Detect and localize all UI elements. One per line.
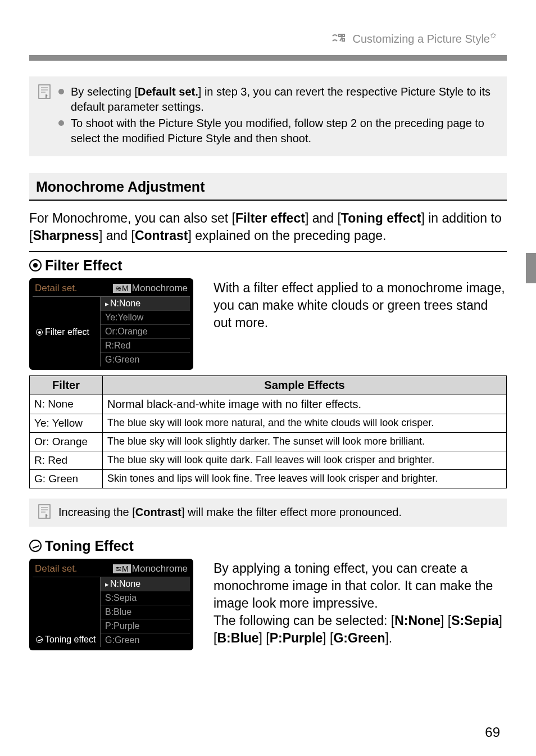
- note-text: Increasing the [Contrast] will make the …: [58, 504, 402, 520]
- note-box: By selecting [Default set.] in step 3, y…: [29, 76, 507, 156]
- svg-rect-14: [46, 514, 47, 518]
- table-row: Ye: YellowThe blue sky will look more na…: [30, 414, 507, 432]
- note-box-contrast: Increasing the [Contrast] will make the …: [29, 499, 507, 527]
- toning-row: Detail set. ≋MMonochrome Toning effect N…: [29, 559, 507, 650]
- header-title: Customizing a Picture Style: [352, 33, 490, 45]
- section-intro: For Monochrome, you can also set [Filter…: [29, 210, 507, 245]
- toning-effect-heading: Toning Effect: [29, 538, 507, 554]
- svg-rect-2: [342, 39, 344, 41]
- screen-option: N:None: [101, 577, 190, 591]
- table-row: Or: OrangeThe blue sky will look slightl…: [30, 432, 507, 451]
- svg-rect-8: [46, 94, 47, 98]
- side-tab: [526, 253, 536, 283]
- divider: [29, 251, 507, 252]
- svg-rect-3: [39, 85, 50, 98]
- toning-desc: By applying a toning effect, you can cre…: [214, 559, 507, 647]
- screen-option: Ye:Yellow: [101, 310, 190, 324]
- table-header: Filter: [30, 375, 103, 395]
- screen-mode: ≋MMonochrome: [113, 283, 188, 294]
- note-list: By selecting [Default set.] in step 3, y…: [58, 84, 496, 147]
- header-bar: [29, 55, 507, 61]
- camera-screen-filter: Detail set. ≋MMonochrome Filter effect N…: [29, 278, 193, 370]
- picture-style-icon: [331, 33, 346, 46]
- screen-option: N:None: [101, 297, 190, 310]
- table-row: R: RedThe blue sky will look quite dark.…: [30, 451, 507, 469]
- note-icon: [38, 84, 52, 147]
- page-number: 69: [485, 725, 500, 740]
- svg-rect-0: [339, 34, 341, 37]
- table-row: G: GreenSkin tones and lips will look fi…: [30, 469, 507, 488]
- screen-setting-label: Toning effect: [36, 635, 98, 645]
- page-header: Customizing a Picture Style✩: [0, 0, 536, 52]
- camera-screen-toning: Detail set. ≋MMonochrome Toning effect N…: [29, 559, 193, 650]
- screen-mode: ≋MMonochrome: [113, 563, 188, 574]
- screen-title: Detail set.: [35, 283, 78, 294]
- screen-option: G:Green: [101, 633, 190, 647]
- screen-option: P:Purple: [101, 619, 190, 633]
- screen-option: G:Green: [101, 352, 190, 366]
- screen-title: Detail set.: [35, 563, 78, 574]
- note-item: By selecting [Default set.] in step 3, y…: [71, 84, 496, 115]
- screen-option: S:Sepia: [101, 591, 190, 605]
- note-icon: [38, 504, 52, 521]
- note-item: To shoot with the Picture Style you modi…: [71, 116, 496, 146]
- screen-option: Or:Orange: [101, 324, 190, 338]
- table-row: N: NoneNormal black-and-white image with…: [30, 395, 507, 414]
- screen-setting-label: Filter effect: [36, 327, 98, 337]
- svg-rect-1: [342, 34, 344, 37]
- filter-row: Detail set. ≋MMonochrome Filter effect N…: [29, 278, 507, 370]
- toning-icon: [29, 540, 42, 552]
- filter-table: Filter Sample Effects N: NoneNormal blac…: [29, 375, 507, 488]
- screen-option: R:Red: [101, 338, 190, 352]
- screen-option: B:Blue: [101, 605, 190, 619]
- svg-rect-9: [39, 505, 50, 518]
- table-header: Sample Effects: [103, 375, 507, 395]
- section-heading: Monochrome Adjustment: [29, 173, 507, 201]
- screen-options: N:None S:Sepia B:Blue P:Purple G:Green: [100, 577, 190, 647]
- filter-icon: [29, 259, 42, 271]
- filter-effect-heading: Filter Effect: [29, 257, 507, 274]
- screen-options: N:None Ye:Yellow Or:Orange R:Red G:Green: [100, 297, 190, 366]
- star-icon: ✩: [490, 31, 497, 40]
- filter-desc: With a filter effect applied to a monoch…: [214, 278, 507, 332]
